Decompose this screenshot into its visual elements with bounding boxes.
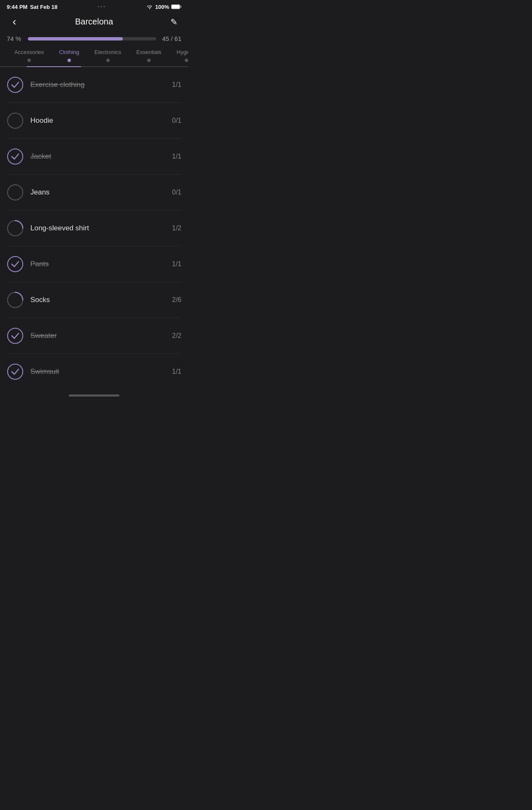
item-count: 1/1 bbox=[166, 368, 181, 375]
tab-clothing-label: Clothing bbox=[59, 49, 79, 55]
tab-essentials-label: Essentials bbox=[136, 49, 161, 55]
progress-bar-fill bbox=[28, 37, 123, 40]
tab-hygiene-dot bbox=[185, 59, 188, 62]
list-item[interactable]: Jeans 0/1 bbox=[7, 175, 181, 211]
item-checkbox-unchecked[interactable] bbox=[7, 184, 24, 201]
item-name: Jacket bbox=[30, 152, 159, 161]
item-checkbox-unchecked[interactable] bbox=[7, 112, 24, 129]
scroll-indicator bbox=[69, 394, 119, 397]
item-count: 1/2 bbox=[166, 224, 181, 232]
header: ‹ Barcelona ✎ bbox=[0, 12, 188, 33]
list-item[interactable]: Jacket 1/1 bbox=[7, 139, 181, 175]
tabs: Accessories Clothing Electronics Essenti… bbox=[0, 49, 188, 66]
list-item[interactable]: Socks 2/6 bbox=[7, 282, 181, 318]
tab-electronics-label: Electronics bbox=[95, 49, 122, 55]
svg-point-12 bbox=[8, 364, 23, 379]
item-list: Exercise clothing 1/1 Hoodie 0/1 Jacket … bbox=[0, 67, 188, 389]
tab-electronics-dot bbox=[106, 59, 110, 62]
progress-count: 45 / 61 bbox=[161, 35, 181, 42]
page-title: Barcelona bbox=[22, 17, 166, 27]
item-name: Pants bbox=[30, 260, 159, 268]
svg-point-6 bbox=[8, 149, 23, 164]
list-item[interactable]: Sweater 2/2 bbox=[7, 318, 181, 354]
item-count: 1/1 bbox=[166, 81, 181, 89]
status-dots: ··· bbox=[97, 3, 106, 10]
list-item[interactable]: Long-sleeved shirt 1/2 bbox=[7, 211, 181, 246]
item-checkbox-checked[interactable] bbox=[7, 363, 24, 380]
tab-electronics[interactable]: Electronics bbox=[87, 49, 129, 66]
status-left: 9:44 PM Sat Feb 18 bbox=[7, 4, 57, 10]
edit-button[interactable]: ✎ bbox=[166, 17, 181, 27]
svg-point-7 bbox=[8, 185, 23, 200]
back-button[interactable]: ‹ bbox=[7, 15, 22, 28]
item-name: Swimsuit bbox=[30, 367, 159, 376]
progress-section: 74 % 45 / 61 bbox=[0, 33, 188, 49]
tab-essentials-dot bbox=[147, 59, 151, 62]
item-count: 1/1 bbox=[166, 260, 181, 268]
item-count: 1/1 bbox=[166, 153, 181, 160]
tab-hygiene-label: Hygiene bbox=[177, 49, 188, 55]
item-name: Hoodie bbox=[30, 116, 159, 125]
battery-icon bbox=[171, 4, 181, 9]
item-checkbox-checked[interactable] bbox=[7, 148, 24, 165]
svg-rect-3 bbox=[180, 5, 181, 8]
item-count: 2/2 bbox=[166, 332, 181, 340]
item-count: 2/6 bbox=[166, 296, 181, 304]
tab-hygiene[interactable]: Hygiene bbox=[169, 49, 188, 66]
item-checkbox-partial[interactable] bbox=[7, 292, 24, 308]
status-right: 100% bbox=[146, 4, 181, 10]
svg-rect-2 bbox=[172, 5, 180, 9]
tab-essentials[interactable]: Essentials bbox=[129, 49, 169, 66]
svg-point-5 bbox=[8, 113, 23, 128]
item-name: Sweater bbox=[30, 332, 159, 340]
tab-clothing[interactable]: Clothing bbox=[51, 49, 87, 66]
progress-bar-background bbox=[28, 37, 156, 40]
item-name: Jeans bbox=[30, 188, 159, 197]
item-checkbox-checked[interactable] bbox=[7, 76, 24, 93]
item-checkbox-partial[interactable] bbox=[7, 220, 24, 237]
battery-pct: 100% bbox=[155, 4, 169, 10]
item-count: 0/1 bbox=[166, 189, 181, 196]
item-name: Socks bbox=[30, 296, 159, 304]
item-checkbox-checked[interactable] bbox=[7, 327, 24, 344]
status-date: Sat Feb 18 bbox=[30, 4, 57, 10]
item-checkbox-checked[interactable] bbox=[7, 256, 24, 273]
svg-point-9 bbox=[8, 256, 23, 272]
tab-accessories-label: Accessories bbox=[14, 49, 44, 55]
item-name: Exercise clothing bbox=[30, 81, 159, 89]
tab-accessories-dot bbox=[27, 59, 31, 62]
list-item[interactable]: Pants 1/1 bbox=[7, 246, 181, 282]
tabs-container: Accessories Clothing Electronics Essenti… bbox=[0, 49, 188, 66]
wifi-icon bbox=[146, 4, 153, 9]
list-item[interactable]: Exercise clothing 1/1 bbox=[7, 67, 181, 103]
list-item[interactable]: Hoodie 0/1 bbox=[7, 103, 181, 139]
item-count: 0/1 bbox=[166, 117, 181, 124]
svg-point-4 bbox=[8, 77, 23, 92]
tab-clothing-dot bbox=[68, 59, 71, 62]
svg-point-11 bbox=[8, 328, 23, 343]
status-bar: 9:44 PM Sat Feb 18 ··· 100% bbox=[0, 0, 188, 12]
list-item[interactable]: Swimsuit 1/1 bbox=[7, 354, 181, 389]
item-name: Long-sleeved shirt bbox=[30, 224, 159, 232]
status-time: 9:44 PM bbox=[7, 4, 27, 10]
tab-accessories[interactable]: Accessories bbox=[7, 49, 51, 66]
progress-percent: 74 % bbox=[7, 35, 23, 42]
